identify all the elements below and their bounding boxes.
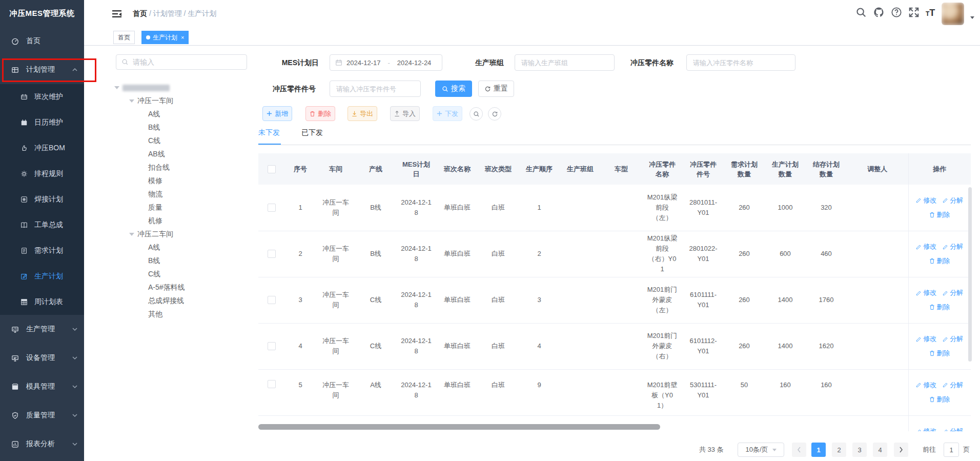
delete-link[interactable]: 删除 [929,210,950,220]
sidebar-item-quality-mgmt[interactable]: 质量管理 [0,401,84,430]
tree-node-line[interactable]: 机修 [108,214,251,228]
prev-page-button[interactable] [792,443,806,457]
tab-sent[interactable]: 已下发 [301,128,323,137]
select-all-checkbox[interactable] [268,165,276,173]
goto-page-input[interactable] [944,443,959,457]
close-icon[interactable]: × [181,35,184,41]
edit-link[interactable]: 修改 [916,426,936,431]
sidebar-item-equipment-mgmt[interactable]: 设备管理 [0,344,84,372]
row-checkbox[interactable] [268,342,276,350]
github-icon[interactable] [873,6,885,18]
page-button-1[interactable]: 1 [811,443,826,457]
split-link[interactable]: 分解 [943,380,963,390]
vertical-scrollbar-thumb[interactable] [968,187,972,362]
edit-link[interactable]: 修改 [916,288,936,298]
tree-node-line[interactable]: 总成焊接线 [108,294,251,308]
tree-node-workshop2[interactable]: 冲压二车间 [108,228,251,241]
breadcrumb-section[interactable]: 计划管理 [153,9,182,17]
tag-production-plan[interactable]: 生产计划 × [141,31,189,44]
reset-button[interactable]: 重置 [478,81,514,97]
tree-node-line[interactable]: 其他 [108,308,251,321]
page-size-select[interactable]: 10条/页 [738,443,784,457]
sidebar-item-mold-mgmt[interactable]: 模具管理 [0,372,84,401]
sidebar-item-weekly-plan[interactable]: 周计划表 [0,289,84,315]
breadcrumb-home[interactable]: 首页 [133,9,147,17]
delete-link[interactable]: 删除 [929,394,950,405]
split-link[interactable]: 分解 [943,426,963,431]
sidebar-item-plan[interactable]: 计划管理 [0,55,84,84]
avatar[interactable] [942,3,964,25]
tree-node-line[interactable]: C线 [108,134,251,148]
page-button-2[interactable]: 2 [832,443,846,457]
tree-search-input[interactable] [132,57,247,67]
search-icon[interactable] [855,7,867,18]
cell-plan-qty: 1400 [765,277,806,323]
date-range-picker[interactable]: 2024-12-17 - 2024-12-24 [330,54,442,71]
row-checkbox[interactable] [268,204,276,212]
font-size-icon[interactable]: TT [926,8,935,18]
row-checkbox[interactable] [268,250,276,258]
sidebar-item-demand-plan[interactable]: 需求计划 [0,238,84,264]
sidebar-item-scheduling-rules[interactable]: 排程规则 [0,161,84,187]
sidebar-item-home[interactable]: 首页 [0,27,84,55]
sidebar-item-welding-plan[interactable]: 焊接计划 [0,187,84,212]
page-button-4[interactable]: 4 [873,443,887,457]
next-page-button[interactable] [894,443,908,457]
send-button[interactable]: 下发 [433,106,462,121]
table-refresh-icon-button[interactable] [488,107,501,121]
sidebar-item-calendar-maintenance[interactable]: 日历维护 [0,110,84,135]
part-no-input[interactable] [335,85,415,93]
edit-link[interactable]: 修改 [916,380,936,390]
tree-node-line[interactable]: A线 [108,108,251,121]
split-link[interactable]: 分解 [943,288,963,298]
tree-node-line[interactable]: 扣合线 [108,161,251,174]
hamburger-icon[interactable] [112,9,122,19]
import-button[interactable]: 导入 [390,106,420,121]
edit-link[interactable]: 修改 [916,195,936,206]
edit-link[interactable]: 修改 [916,334,936,344]
tree-node-line[interactable]: 模修 [108,174,251,188]
fullscreen-icon[interactable] [908,7,920,18]
delete-link[interactable]: 删除 [929,256,950,266]
delete-link[interactable]: 删除 [929,348,950,358]
caret-down-icon[interactable] [129,99,134,103]
split-link[interactable]: 分解 [943,195,963,206]
delete-button[interactable]: 删除 [305,106,335,121]
sidebar-item-shift-maintenance[interactable]: 班次维护 [0,84,84,110]
tree-node-line[interactable]: B线 [108,254,251,268]
split-link[interactable]: 分解 [943,242,963,252]
delete-link[interactable]: 删除 [929,302,950,312]
help-icon[interactable] [891,7,902,18]
sidebar-item-workorder-assembly[interactable]: 工单总成 [0,212,84,238]
sidebar-item-stamping-bom[interactable]: 冲压BOM [0,135,84,161]
tree-node-line[interactable]: AB线 [108,148,251,161]
table-search-icon-button[interactable] [469,107,483,121]
tree-root-node[interactable] [108,81,251,94]
tree-node-line[interactable]: C线 [108,268,251,281]
tree-node-line[interactable]: B线 [108,121,251,134]
sidebar-item-production-plan[interactable]: 生产计划 [0,264,84,289]
horizontal-scrollbar-thumb[interactable] [258,424,660,430]
edit-link[interactable]: 修改 [916,242,936,252]
tree-node-workshop1[interactable]: 冲压一车间 [108,94,251,108]
tag-home[interactable]: 首页 [113,31,135,44]
split-link[interactable]: 分解 [943,334,963,344]
tree-node-line[interactable]: A线 [108,241,251,254]
caret-down-icon[interactable] [129,233,134,236]
caret-down-icon[interactable] [114,86,119,89]
export-button[interactable]: 导出 [348,106,377,121]
tab-unsent[interactable]: 未下发 [258,128,280,137]
row-checkbox[interactable] [268,380,276,388]
caret-down-icon[interactable] [970,16,974,19]
team-input[interactable] [520,58,609,67]
row-checkbox[interactable] [268,296,276,304]
tree-node-line[interactable]: 质量 [108,201,251,214]
page-button-3[interactable]: 3 [852,443,867,457]
tree-node-line[interactable]: 物流 [108,188,251,201]
sidebar-item-report-analysis[interactable]: 报表分析 [0,430,84,458]
sidebar-item-production-mgmt[interactable]: 生产管理 [0,315,84,344]
part-name-input[interactable] [692,58,790,67]
add-button[interactable]: 新增 [262,106,292,121]
search-button[interactable]: 搜索 [435,81,472,97]
tree-node-line[interactable]: A-5#落料线 [108,281,251,294]
